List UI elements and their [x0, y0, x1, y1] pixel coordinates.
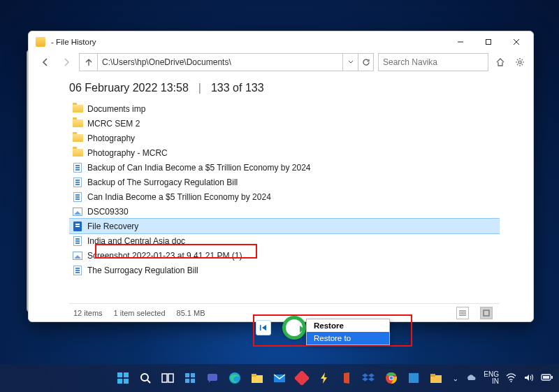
file-list[interactable]: Documents impMCRC SEM 2PhotographyPhotog…	[69, 101, 500, 303]
gear-icon[interactable]	[512, 55, 528, 70]
title-bar[interactable]: - File History	[29, 31, 533, 52]
doc-icon	[72, 177, 83, 188]
file-history-window: - File History 06 February 2022 13:58 | …	[28, 31, 534, 322]
svg-rect-31	[409, 373, 419, 383]
svg-rect-18	[185, 373, 189, 377]
snapshot-datetime: 06 February 2022 13:58	[69, 82, 189, 94]
widgets-icon[interactable]	[180, 368, 200, 388]
svg-rect-27	[295, 371, 309, 385]
app-bolt-icon[interactable]	[314, 368, 334, 388]
view-large-icon[interactable]	[480, 307, 493, 319]
file-name: Photography	[87, 133, 135, 143]
close-button[interactable]	[502, 31, 530, 52]
view-details-icon[interactable]	[456, 307, 469, 319]
address-input[interactable]	[98, 54, 342, 71]
svg-point-34	[511, 381, 512, 382]
taskbar[interactable]: ⌃ ENG IN	[0, 364, 559, 392]
chat-icon[interactable]	[203, 368, 222, 388]
svg-point-4	[518, 61, 521, 64]
forward-button[interactable]	[58, 54, 75, 71]
search-input[interactable]	[378, 53, 488, 71]
pic-icon	[72, 250, 83, 261]
address-bar	[79, 53, 374, 71]
file-name: Can India Become a $5 Trillion Economy b…	[87, 192, 271, 202]
restore-controls: Restore Restore to	[253, 314, 412, 347]
onedrive-tray-icon[interactable]	[465, 372, 477, 384]
list-item[interactable]: Photography - MCRC	[69, 145, 500, 160]
doc-icon	[72, 162, 83, 173]
list-item[interactable]: Photography	[69, 131, 500, 145]
app-blue-icon[interactable]	[404, 368, 423, 388]
window-title: - File History	[51, 38, 96, 46]
folder-icon	[72, 133, 83, 144]
list-item[interactable]: MCRC SEM 2	[69, 116, 500, 131]
volume-icon[interactable]	[523, 372, 534, 384]
minimize-button[interactable]	[447, 31, 474, 52]
back-button[interactable]	[37, 54, 54, 71]
file-explorer-icon[interactable]	[247, 368, 267, 388]
tray-overflow-icon[interactable]: ⌃	[453, 375, 458, 382]
file-name: MCRC SEM 2	[87, 119, 140, 129]
svg-rect-13	[124, 379, 129, 384]
office-icon[interactable]	[337, 368, 356, 388]
file-name: DSC09330	[87, 207, 129, 217]
list-item[interactable]: The Surrogacy Regulation Bill	[69, 263, 500, 277]
task-view-icon[interactable]	[158, 368, 177, 388]
file-name: Backup of The Surrogacy Regulation Bill	[87, 177, 238, 187]
file-name: Photography - MCRC	[87, 148, 168, 158]
previous-version-button[interactable]	[256, 320, 271, 335]
status-count: 12 items	[73, 309, 103, 317]
wifi-icon[interactable]	[506, 372, 516, 384]
edge-icon[interactable]	[225, 368, 245, 388]
bin-icon	[72, 221, 83, 232]
folder-icon	[72, 103, 83, 115]
restore-context-menu: Restore Restore to	[306, 319, 390, 345]
svg-point-30	[390, 377, 393, 380]
svg-rect-25	[252, 374, 256, 377]
snapshot-header: 06 February 2022 13:58 | 133 of 133	[69, 76, 500, 101]
list-item[interactable]: Screenshot 2022-01-23 at 9.41.21 PM (1)	[69, 248, 500, 263]
file-name: Documents imp	[87, 104, 145, 114]
list-item[interactable]: Backup of Can India Become a $5 Trillion…	[69, 160, 500, 175]
list-item[interactable]: India and Central Asia doc	[69, 233, 500, 248]
home-icon[interactable]	[493, 55, 508, 70]
svg-rect-22	[208, 374, 217, 381]
up-button[interactable]	[80, 54, 98, 71]
language-indicator[interactable]: ENG IN	[484, 371, 499, 385]
folder-icon	[72, 147, 83, 159]
mail-icon[interactable]	[270, 368, 289, 388]
refresh-button[interactable]	[358, 54, 373, 71]
svg-rect-19	[191, 373, 195, 377]
restore-button[interactable]	[282, 316, 306, 340]
svg-rect-1	[486, 40, 491, 45]
menu-restore[interactable]: Restore	[307, 319, 389, 332]
svg-rect-12	[117, 379, 122, 384]
list-item[interactable]: Documents imp	[69, 101, 500, 116]
dropbox-icon[interactable]	[359, 368, 379, 388]
list-item[interactable]: Backup of The Surrogacy Regulation Bill	[69, 175, 500, 189]
search-icon[interactable]	[136, 368, 155, 388]
start-button[interactable]	[113, 368, 133, 388]
svg-rect-20	[185, 379, 189, 383]
list-item[interactable]: Can India Become a $5 Trillion Economy b…	[69, 189, 500, 204]
svg-rect-37	[551, 376, 553, 379]
list-item[interactable]: DSC09330	[69, 204, 500, 219]
app-red-icon[interactable]	[292, 368, 312, 388]
file-name: India and Central Asia doc	[87, 236, 185, 246]
svg-rect-17	[168, 374, 173, 382]
svg-line-15	[147, 380, 150, 383]
chrome-icon[interactable]	[382, 368, 401, 388]
app-folder-icon[interactable]	[426, 368, 446, 388]
list-item[interactable]: File Recovery	[69, 219, 500, 233]
svg-rect-10	[117, 372, 122, 377]
battery-icon[interactable]	[541, 373, 553, 383]
system-tray: ⌃ ENG IN	[453, 371, 553, 385]
svg-rect-8	[484, 310, 489, 316]
maximize-button[interactable]	[474, 31, 502, 52]
pic-icon	[72, 206, 83, 217]
svg-point-14	[141, 374, 148, 381]
address-dropdown[interactable]	[342, 54, 358, 71]
menu-restore-to[interactable]: Restore to	[307, 332, 389, 344]
file-name: The Surrogacy Regulation Bill	[87, 266, 198, 275]
svg-rect-33	[430, 374, 435, 377]
